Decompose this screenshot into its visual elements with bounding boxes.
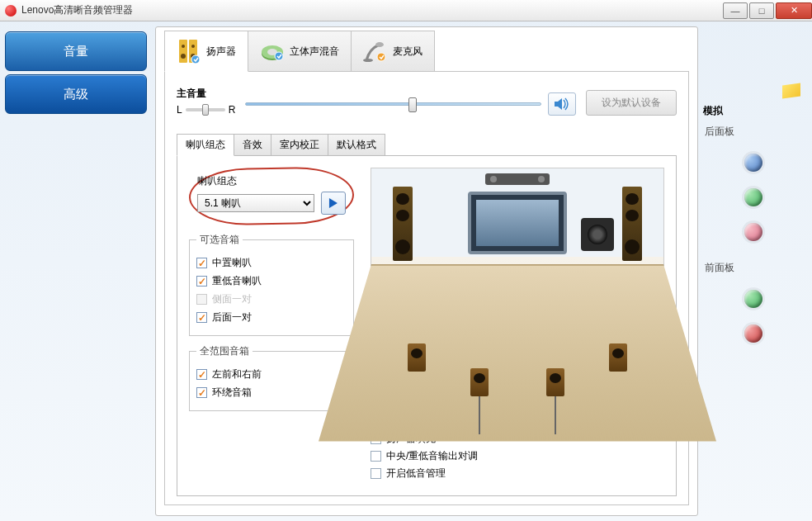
checkbox-swap-center-sub[interactable] xyxy=(371,451,381,462)
main-panel: 扬声器 立体声混音 麦克风 xyxy=(155,26,698,516)
optional-speakers-title: 可选音箱 xyxy=(196,233,243,247)
tab-speaker-config[interactable]: 喇叭组态 xyxy=(177,134,234,156)
label-surround: 环绕音箱 xyxy=(212,386,252,400)
device-tab-mic[interactable]: 麦克风 xyxy=(351,31,435,72)
svg-point-6 xyxy=(191,55,200,64)
tab-default-format[interactable]: 默认格式 xyxy=(328,134,385,156)
subwoofer-icon xyxy=(581,218,614,251)
label-center-speaker: 中置喇叭 xyxy=(212,256,252,270)
left-nav: 音量 高级 xyxy=(0,21,152,521)
label-swap-center-sub: 中央/重低音输出对调 xyxy=(386,449,478,463)
speaker-config-group-label: 喇叭组态 xyxy=(197,174,346,188)
play-icon xyxy=(328,197,339,209)
device-tab-mic-label: 麦克风 xyxy=(393,45,423,59)
nav-advanced[interactable]: 高级 xyxy=(5,74,147,114)
close-button[interactable]: ✕ xyxy=(776,2,812,19)
jack-rear-mic[interactable] xyxy=(744,223,762,241)
jack-panel: 模拟 后面板 前面板 xyxy=(698,26,805,516)
tv-icon xyxy=(468,192,567,254)
optional-speakers-group: 可选音箱 中置喇叭 重低音喇叭 侧面一对 xyxy=(189,233,354,336)
tab-sound-effect[interactable]: 音效 xyxy=(234,134,271,156)
full-range-title: 全范围音箱 xyxy=(196,344,253,358)
minimize-button[interactable]: — xyxy=(723,2,748,19)
rear-panel-label: 后面板 xyxy=(705,125,800,139)
tab-room-correction[interactable]: 室内校正 xyxy=(271,134,328,156)
set-default-device-button[interactable]: 设为默认设备 xyxy=(586,90,677,116)
label-side-pair: 侧面一对 xyxy=(212,292,252,306)
nav-volume[interactable]: 音量 xyxy=(5,31,147,71)
window-title: Lenovo高清晰音频管理器 xyxy=(21,3,721,17)
device-tab-speaker-label: 扬声器 xyxy=(206,45,236,59)
checkbox-rear-pair[interactable] xyxy=(196,312,207,323)
mute-button[interactable] xyxy=(548,92,576,116)
svg-point-4 xyxy=(181,54,186,59)
rear-right-speaker-icon xyxy=(546,368,564,396)
balance-right-label: R xyxy=(229,104,236,116)
checkbox-center-speaker[interactable] xyxy=(196,258,207,268)
front-right-speaker-icon xyxy=(622,187,642,261)
analog-label: 模拟 xyxy=(703,104,800,118)
side-left-speaker-icon xyxy=(408,343,426,372)
speaker-config-select[interactable]: 5.1 喇叭 xyxy=(197,194,314,212)
main-volume-slider[interactable] xyxy=(245,102,541,106)
highlight-ellipse: 喇叭组态 5.1 喇叭 xyxy=(188,166,354,225)
svg-point-3 xyxy=(191,45,195,48)
svg-point-10 xyxy=(275,52,283,60)
checkbox-side-pair xyxy=(196,294,207,305)
speaker-icon xyxy=(177,37,201,65)
svg-point-2 xyxy=(182,45,185,48)
stereo-mix-icon xyxy=(260,38,285,66)
label-rear-pair: 后面一对 xyxy=(212,310,252,324)
app-icon xyxy=(5,5,17,17)
jack-rear-line-in[interactable] xyxy=(744,154,762,172)
svg-rect-0 xyxy=(179,40,187,63)
checkbox-bass-management[interactable] xyxy=(371,468,381,479)
jack-rear-line-out[interactable] xyxy=(744,188,762,206)
label-bass-management: 开启低音管理 xyxy=(386,467,446,481)
device-tab-stereo-mix-label: 立体声混音 xyxy=(290,45,339,59)
checkbox-front-lr[interactable] xyxy=(196,369,207,380)
balance-left-label: L xyxy=(177,104,182,116)
svg-point-11 xyxy=(375,42,384,47)
side-right-speaker-icon xyxy=(609,343,627,372)
label-front-lr: 左前和右前 xyxy=(212,367,262,381)
front-left-speaker-icon xyxy=(393,187,413,261)
main-volume-label: 主音量 xyxy=(177,87,235,101)
titlebar: Lenovo高清晰音频管理器 — □ ✕ xyxy=(0,0,812,21)
maximize-button[interactable]: □ xyxy=(749,2,774,19)
label-subwoofer: 重低音喇叭 xyxy=(212,274,262,288)
balance-slider[interactable] xyxy=(186,108,225,111)
jack-front-mic[interactable] xyxy=(744,324,762,343)
play-test-button[interactable] xyxy=(321,192,346,215)
front-panel-label: 前面板 xyxy=(705,261,800,275)
full-range-group: 全范围音箱 左前和右前 环绕音箱 xyxy=(189,344,354,411)
speaker-room-visual xyxy=(371,168,664,422)
rear-left-speaker-icon xyxy=(470,368,489,396)
checkbox-subwoofer[interactable] xyxy=(196,276,207,287)
jack-front-headphone[interactable] xyxy=(744,290,762,308)
checkbox-surround[interactable] xyxy=(196,387,207,398)
device-tab-stereo-mix[interactable]: 立体声混音 xyxy=(248,31,352,72)
speaker-sound-icon xyxy=(554,97,570,111)
svg-point-12 xyxy=(363,59,373,62)
device-tab-speaker[interactable]: 扬声器 xyxy=(164,31,248,72)
microphone-icon xyxy=(363,38,388,66)
svg-point-13 xyxy=(377,53,385,61)
center-speaker-icon xyxy=(485,173,550,185)
sticky-note-icon[interactable] xyxy=(782,83,800,98)
